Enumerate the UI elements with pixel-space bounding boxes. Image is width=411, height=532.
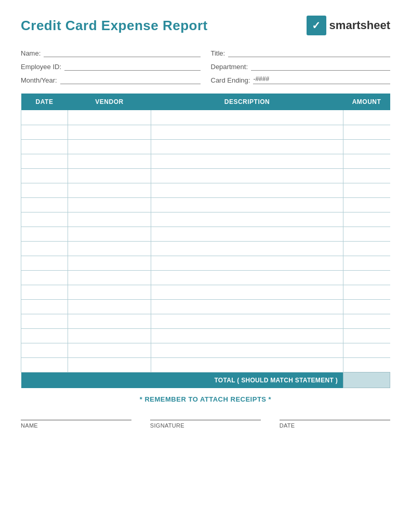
- cell-vendor[interactable]: [68, 227, 151, 241]
- cell-vendor[interactable]: [68, 328, 151, 343]
- table-row[interactable]: [21, 343, 390, 357]
- cell-amount[interactable]: [343, 357, 390, 372]
- cell-description[interactable]: [151, 168, 343, 183]
- cell-vendor[interactable]: [68, 212, 151, 227]
- cell-vendor[interactable]: [68, 125, 151, 139]
- cell-date[interactable]: [21, 183, 68, 197]
- cell-date[interactable]: [21, 285, 68, 299]
- cell-date[interactable]: [21, 256, 68, 270]
- cell-vendor[interactable]: [68, 197, 151, 212]
- cell-description[interactable]: [151, 125, 343, 139]
- cell-description[interactable]: [151, 314, 343, 328]
- cell-description[interactable]: [151, 110, 343, 125]
- expense-table: DATE VENDOR DESCRIPTION AMOUNT: [21, 94, 390, 388]
- table-row[interactable]: [21, 314, 390, 328]
- table-row[interactable]: [21, 328, 390, 343]
- title-field[interactable]: [228, 48, 390, 57]
- cell-amount[interactable]: [343, 285, 390, 299]
- table-row[interactable]: [21, 125, 390, 139]
- cell-date[interactable]: [21, 110, 68, 125]
- cell-vendor[interactable]: [68, 241, 151, 256]
- table-row[interactable]: [21, 270, 390, 285]
- cell-description[interactable]: [151, 183, 343, 197]
- cell-vendor[interactable]: [68, 299, 151, 314]
- table-row[interactable]: [21, 285, 390, 299]
- name-field[interactable]: [44, 48, 200, 57]
- month-year-field[interactable]: [60, 75, 201, 84]
- cell-amount[interactable]: [343, 183, 390, 197]
- cell-description[interactable]: [151, 139, 343, 154]
- cell-date[interactable]: [21, 241, 68, 256]
- cell-date[interactable]: [21, 270, 68, 285]
- cell-description[interactable]: [151, 357, 343, 372]
- cell-vendor[interactable]: [68, 256, 151, 270]
- cell-amount[interactable]: [343, 168, 390, 183]
- cell-date[interactable]: [21, 227, 68, 241]
- cell-vendor[interactable]: [68, 110, 151, 125]
- cell-description[interactable]: [151, 154, 343, 168]
- employee-id-field[interactable]: [64, 61, 200, 71]
- cell-date[interactable]: [21, 314, 68, 328]
- card-ending-field[interactable]: -####: [253, 75, 390, 84]
- cell-vendor[interactable]: [68, 314, 151, 328]
- cell-vendor[interactable]: [68, 139, 151, 154]
- table-footer-row: TOTAL ( SHOULD MATCH STATEMENT ): [21, 372, 390, 388]
- cell-amount[interactable]: [343, 343, 390, 357]
- cell-amount[interactable]: [343, 197, 390, 212]
- cell-date[interactable]: [21, 343, 68, 357]
- cell-amount[interactable]: [343, 139, 390, 154]
- cell-description[interactable]: [151, 270, 343, 285]
- table-row[interactable]: [21, 197, 390, 212]
- table-row[interactable]: [21, 256, 390, 270]
- table-row[interactable]: [21, 110, 390, 125]
- cell-vendor[interactable]: [68, 285, 151, 299]
- cell-amount[interactable]: [343, 256, 390, 270]
- title-group: Title:: [211, 48, 391, 57]
- cell-description[interactable]: [151, 256, 343, 270]
- cell-amount[interactable]: [343, 154, 390, 168]
- cell-amount[interactable]: [343, 314, 390, 328]
- cell-date[interactable]: [21, 357, 68, 372]
- cell-date[interactable]: [21, 299, 68, 314]
- cell-vendor[interactable]: [68, 357, 151, 372]
- cell-amount[interactable]: [343, 241, 390, 256]
- cell-date[interactable]: [21, 125, 68, 139]
- cell-description[interactable]: [151, 227, 343, 241]
- cell-description[interactable]: [151, 328, 343, 343]
- table-row[interactable]: [21, 183, 390, 197]
- table-row[interactable]: [21, 299, 390, 314]
- cell-date[interactable]: [21, 154, 68, 168]
- table-row[interactable]: [21, 212, 390, 227]
- cell-amount[interactable]: [343, 227, 390, 241]
- table-row[interactable]: [21, 168, 390, 183]
- cell-date[interactable]: [21, 212, 68, 227]
- cell-description[interactable]: [151, 197, 343, 212]
- cell-date[interactable]: [21, 197, 68, 212]
- cell-amount[interactable]: [343, 270, 390, 285]
- employee-id-group: Employee ID:: [21, 61, 201, 71]
- cell-date[interactable]: [21, 168, 68, 183]
- cell-description[interactable]: [151, 212, 343, 227]
- cell-description[interactable]: [151, 299, 343, 314]
- cell-date[interactable]: [21, 328, 68, 343]
- table-row[interactable]: [21, 227, 390, 241]
- cell-description[interactable]: [151, 241, 343, 256]
- cell-vendor[interactable]: [68, 183, 151, 197]
- cell-vendor[interactable]: [68, 270, 151, 285]
- cell-vendor[interactable]: [68, 154, 151, 168]
- table-row[interactable]: [21, 139, 390, 154]
- cell-date[interactable]: [21, 139, 68, 154]
- cell-amount[interactable]: [343, 212, 390, 227]
- cell-description[interactable]: [151, 285, 343, 299]
- table-row[interactable]: [21, 154, 390, 168]
- cell-vendor[interactable]: [68, 343, 151, 357]
- cell-amount[interactable]: [343, 110, 390, 125]
- table-row[interactable]: [21, 241, 390, 256]
- cell-amount[interactable]: [343, 125, 390, 139]
- department-field[interactable]: [251, 61, 390, 71]
- cell-amount[interactable]: [343, 299, 390, 314]
- table-row[interactable]: [21, 357, 390, 372]
- cell-description[interactable]: [151, 343, 343, 357]
- cell-amount[interactable]: [343, 328, 390, 343]
- cell-vendor[interactable]: [68, 168, 151, 183]
